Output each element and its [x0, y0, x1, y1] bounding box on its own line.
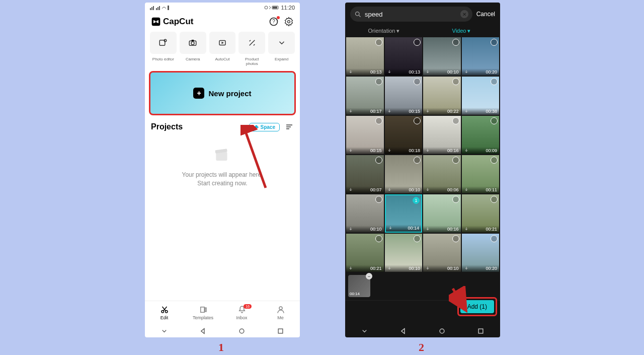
svg-point-30	[440, 329, 444, 333]
filter-orientation[interactable]: Orientation ▾	[345, 28, 423, 34]
tool-label: AutoCut	[209, 57, 236, 66]
clip-item[interactable]: 00:38	[462, 77, 500, 115]
clip-item[interactable]: 00:13	[385, 37, 423, 76]
select-ring-icon[interactable]	[414, 78, 421, 85]
sys-home-icon[interactable]	[438, 327, 446, 335]
clip-duration: 00:22	[447, 109, 459, 114]
sys-chevron-down-icon[interactable]	[361, 327, 368, 335]
select-ring-icon[interactable]	[414, 39, 421, 46]
select-ring-icon[interactable]	[452, 117, 459, 124]
filter-video[interactable]: Video ▾	[423, 28, 500, 34]
sys-recents-icon[interactable]	[277, 327, 284, 335]
select-ring-icon[interactable]	[414, 117, 421, 124]
select-ring-icon[interactable]	[452, 157, 459, 164]
tool-autocut[interactable]	[209, 32, 236, 54]
clip-item[interactable]: 00:17	[346, 77, 384, 115]
select-ring-icon[interactable]	[375, 196, 382, 203]
select-ring-icon[interactable]	[491, 157, 498, 164]
clip-item[interactable]: 00:20	[462, 37, 500, 76]
search-box[interactable]: ✕	[350, 7, 472, 22]
tool-expand[interactable]	[268, 32, 295, 54]
tool-camera[interactable]	[180, 32, 206, 54]
svg-rect-5	[159, 6, 160, 10]
clip-info: 00:38	[462, 108, 500, 115]
select-ring-icon[interactable]	[375, 78, 382, 85]
sys-home-icon[interactable]	[238, 327, 246, 335]
nav-edit[interactable]: Edit	[145, 305, 184, 320]
clip-item[interactable]: 00:11	[462, 155, 500, 193]
clip-item[interactable]: 00:18	[385, 116, 423, 154]
select-ring-icon[interactable]	[452, 39, 459, 46]
sys-back-icon[interactable]	[199, 327, 207, 335]
sys-chevron-down-icon[interactable]	[160, 327, 168, 335]
select-ring-icon[interactable]	[414, 157, 421, 164]
select-ring-icon[interactable]	[491, 39, 498, 46]
select-ring-icon[interactable]	[491, 78, 498, 85]
space-button[interactable]: Space	[249, 123, 280, 131]
clear-search-button[interactable]: ✕	[460, 10, 468, 18]
clip-item[interactable]: 00:07	[346, 155, 384, 193]
sys-recents-icon[interactable]	[477, 327, 485, 335]
nav-inbox[interactable]: 16 Inbox	[222, 305, 261, 320]
clip-duration: 00:10	[447, 69, 459, 75]
clip-item[interactable]: 00:15	[346, 116, 384, 154]
nav-label: Edit	[160, 315, 169, 320]
nav-templates[interactable]: Templates	[184, 305, 222, 320]
select-ring-icon[interactable]	[491, 235, 498, 242]
select-ring-icon[interactable]	[375, 117, 382, 124]
clip-item[interactable]: 00:15	[385, 77, 423, 115]
select-ring-icon[interactable]	[491, 196, 498, 203]
new-project-button[interactable]: + New project	[149, 71, 296, 115]
clip-item[interactable]: 00:22	[423, 77, 461, 115]
clip-item[interactable]: 00:10	[423, 234, 461, 272]
clip-duration: 00:16	[447, 148, 459, 153]
clip-item[interactable]: 00:06	[423, 155, 461, 193]
clip-item[interactable]: 00:21	[346, 234, 384, 272]
select-ring-icon[interactable]	[452, 235, 459, 242]
sort-button[interactable]	[285, 122, 294, 131]
tool-photo-editor[interactable]	[150, 32, 177, 54]
clip-duration: 00:16	[447, 227, 459, 232]
clip-info: 00:21	[462, 226, 500, 233]
select-ring-icon[interactable]: 1	[413, 197, 420, 204]
select-ring-icon[interactable]	[375, 157, 382, 164]
clip-item[interactable]: 00:20	[462, 234, 500, 272]
clip-item[interactable]: 00:09	[462, 116, 500, 154]
select-ring-icon[interactable]	[491, 117, 498, 124]
clip-item[interactable]: 00:10	[346, 194, 384, 233]
clip-item[interactable]: 00:10	[385, 155, 423, 193]
empty-text-1: Your projects will appear here.	[145, 171, 300, 179]
status-right-icons: 11:20	[264, 5, 295, 11]
svg-rect-2	[153, 6, 154, 10]
download-icon	[388, 226, 393, 231]
tool-product-photos[interactable]	[238, 32, 265, 54]
cancel-button[interactable]: Cancel	[476, 11, 495, 18]
clip-info: 00:10	[385, 186, 423, 193]
download-icon	[464, 187, 469, 192]
add-button[interactable]: Add (1)	[460, 300, 494, 313]
download-icon	[464, 227, 469, 232]
clip-duration: 00:18	[409, 148, 420, 153]
tray-thumb[interactable]: − 00:14	[348, 275, 370, 297]
clip-item[interactable]: 00:10	[385, 234, 423, 272]
clip-info: 00:15	[385, 108, 423, 115]
help-button[interactable]: ?	[269, 17, 279, 27]
select-ring-icon[interactable]	[452, 196, 459, 203]
autocut-icon	[218, 38, 227, 47]
select-ring-icon[interactable]	[452, 78, 459, 85]
clip-item[interactable]: 00:16	[423, 116, 461, 154]
svg-point-26	[279, 307, 282, 310]
clip-item[interactable]: 00:10	[423, 37, 461, 76]
clip-item[interactable]: 00:16	[423, 194, 461, 233]
select-ring-icon[interactable]	[375, 235, 382, 242]
search-input[interactable]	[365, 11, 457, 18]
nav-me[interactable]: Me	[261, 305, 300, 320]
clip-item[interactable]: 00:21	[462, 194, 500, 233]
clip-item[interactable]: 00:13	[346, 37, 384, 76]
settings-button[interactable]	[284, 17, 294, 27]
sys-back-icon[interactable]	[399, 327, 407, 335]
select-ring-icon[interactable]	[414, 235, 421, 242]
remove-icon[interactable]: −	[366, 273, 372, 279]
clip-item[interactable]: 100:14	[385, 194, 423, 233]
select-ring-icon[interactable]	[375, 39, 382, 46]
